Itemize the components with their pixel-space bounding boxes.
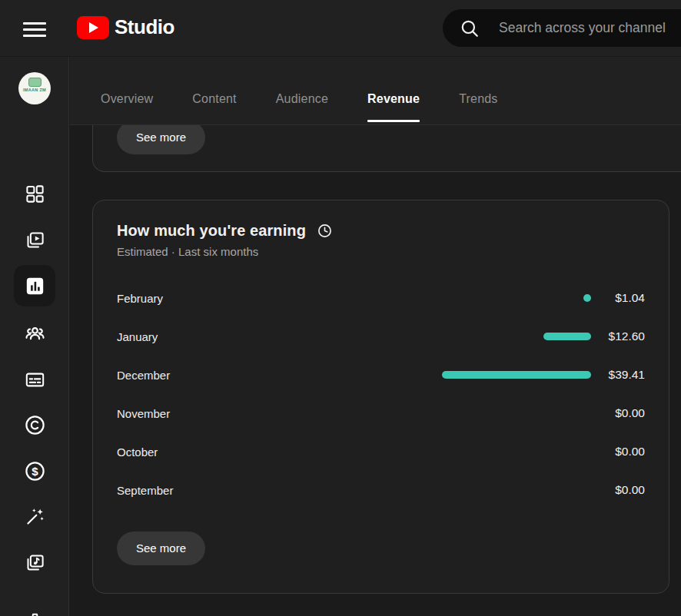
settings-icon [25, 612, 45, 616]
revenue-bar [442, 371, 591, 379]
customization-icon [24, 505, 46, 528]
month-label: September [117, 484, 173, 497]
earnings-card: How much you're earning Estimated · Last… [92, 200, 669, 594]
revenue-value: $0.00 [605, 406, 645, 420]
sidebar-item-subtitles[interactable] [16, 361, 53, 398]
sidebar-item-settings[interactable] [16, 604, 53, 616]
see-more-button-top[interactable]: See more [117, 125, 205, 154]
avatar-label: IMAAN ZM [18, 88, 51, 92]
revenue-value: $0.00 [605, 483, 645, 497]
main-area: Overview Content Audience Revenue Trends… [70, 57, 681, 616]
analytics-tabbar: Overview Content Audience Revenue Trends [70, 57, 681, 125]
previous-card-partial: See more [92, 125, 681, 172]
month-label: February [117, 292, 163, 305]
revenue-value: $0.00 [605, 445, 645, 459]
tab-content[interactable]: Content [192, 92, 236, 124]
sidebar-item-earn[interactable]: $ [16, 452, 53, 489]
tab-revenue[interactable]: Revenue [367, 92, 420, 124]
sidebar-item-analytics[interactable] [14, 265, 55, 306]
sidebar-item-community[interactable] [16, 315, 53, 352]
community-icon [24, 323, 46, 345]
tab-trends[interactable]: Trends [459, 92, 497, 124]
revenue-tab-content: See more How much you're earning Estimat… [70, 125, 681, 616]
analytics-icon [25, 276, 45, 296]
sidebar-item-customization[interactable] [16, 498, 53, 535]
search-icon [460, 18, 480, 38]
sidebar-item-content[interactable] [16, 221, 53, 258]
revenue-value: $12.60 [605, 330, 645, 343]
sidebar: IMAAN ZM [0, 57, 69, 616]
chart-row: September$0.00 [117, 471, 645, 509]
chart-row: November$0.00 [117, 394, 645, 432]
chart-row: February$1.04 [117, 279, 645, 317]
month-label: November [117, 407, 170, 420]
revenue-bar [583, 294, 591, 302]
chart-row: December$39.41 [117, 356, 645, 394]
sidebar-item-dashboard[interactable] [16, 175, 53, 212]
tab-audience[interactable]: Audience [276, 92, 328, 124]
earnings-card-subtitle: Estimated · Last six months [117, 245, 645, 258]
content-icon [25, 230, 45, 250]
dashboard-icon [25, 184, 45, 204]
channel-avatar[interactable]: IMAAN ZM [18, 72, 51, 104]
earn-icon: $ [24, 460, 46, 482]
tab-overview[interactable]: Overview [101, 92, 153, 124]
earnings-card-title: How much you're earning [117, 222, 306, 240]
audio-library-icon [25, 552, 45, 573]
copyright-icon [24, 414, 46, 436]
revenue-value: $39.41 [605, 368, 645, 382]
youtube-studio-logo[interactable]: Studio [77, 15, 174, 39]
see-more-button-bottom[interactable]: See more [117, 532, 205, 565]
subtitles-icon [25, 369, 45, 390]
search-bar[interactable] [443, 9, 681, 47]
menu-icon[interactable] [23, 18, 46, 38]
chart-row: October$0.00 [117, 432, 645, 471]
sidebar-item-audio-library[interactable] [16, 544, 53, 581]
brand-text: Studio [115, 15, 174, 39]
top-app-bar: Studio [0, 0, 681, 57]
search-input[interactable] [499, 20, 681, 36]
revenue-bar [543, 333, 591, 340]
month-label: December [117, 369, 170, 382]
youtube-play-icon [77, 16, 109, 39]
revenue-value: $1.04 [605, 291, 645, 305]
month-label: January [117, 330, 158, 343]
chart-row: January$12.60 [117, 317, 645, 356]
sidebar-item-copyright[interactable] [16, 406, 53, 443]
avatar-graphic [28, 78, 42, 87]
earnings-chart: February$1.04January$12.60December$39.41… [117, 279, 645, 509]
clock-icon [317, 223, 333, 239]
svg-text:$: $ [32, 464, 38, 477]
month-label: October [117, 445, 158, 459]
